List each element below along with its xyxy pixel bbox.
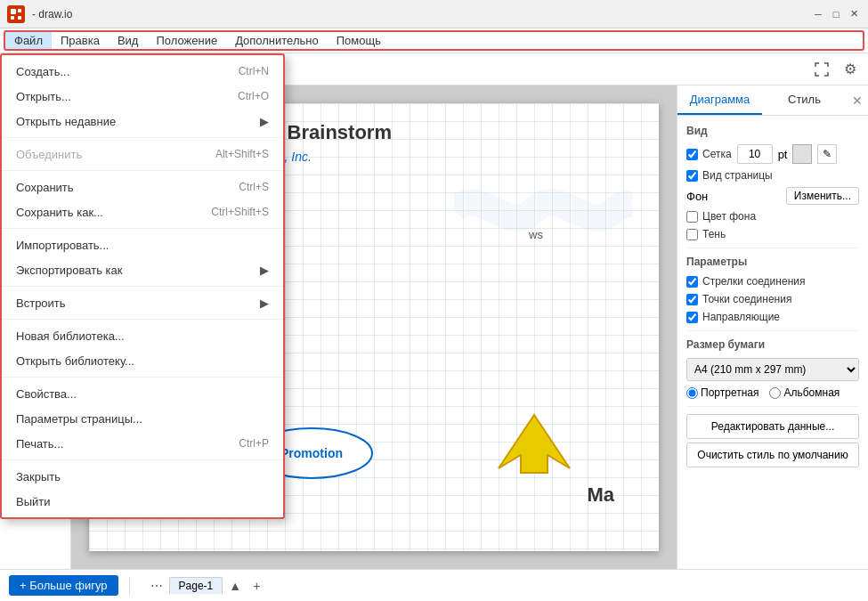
grid-color-box[interactable] [792,144,812,164]
canvas-decoration [454,175,632,248]
tab-diagram[interactable]: Диаграмма [677,85,762,115]
points-checkbox[interactable] [686,294,698,305]
menu-item-merge-label: Объединить [16,148,82,161]
menu-position[interactable]: Положение [147,30,226,51]
shadow-label[interactable]: Тень [686,228,726,240]
page-menu-btn[interactable]: ⋯ [148,577,166,595]
divider-2 [686,330,859,331]
points-text: Точки соединения [702,293,791,305]
portrait-label[interactable]: Портретная [686,386,758,399]
menu-item-export[interactable]: Экспортировать как ▶ [2,257,283,282]
separator-7 [2,459,283,460]
menu-item-import[interactable]: Импортировать... [2,232,283,257]
grid-edit-btn[interactable]: ✎ [817,144,837,164]
paper-size-title: Размер бумаги [686,338,859,351]
guides-label[interactable]: Направляющие [686,311,780,323]
arrows-checkbox[interactable] [686,276,698,288]
menu-item-new[interactable]: Создать... Ctrl+N [2,59,283,84]
menu-item-print-label: Печать... [16,437,63,451]
right-panel: Диаграмма Стиль ✕ Вид Сетка pt ✎ Вид стр… [677,85,868,569]
arrows-label[interactable]: Стрелки соединения [686,275,805,288]
background-row: Фон Изменить... [686,187,859,205]
menu-item-print[interactable]: Печать... Ctrl+P [2,431,283,456]
file-dropdown-menu: Создать... Ctrl+N Открыть... Ctrl+O Откр… [0,53,285,519]
separator-6 [2,377,283,378]
close-button[interactable]: ✕ [847,7,861,21]
points-label[interactable]: Точки соединения [686,293,791,305]
menu-item-new-label: Создать... [16,65,69,78]
menu-item-recent-arrow: ▶ [260,115,269,128]
grid-size-input[interactable] [737,144,773,164]
menu-item-saveas[interactable]: Сохранить как... Ctrl+Shift+S [2,199,283,224]
portrait-radio[interactable] [686,387,698,399]
guides-text: Направляющие [702,311,780,323]
toolbar-fullscreen-btn[interactable] [809,58,834,81]
params-section-title: Параметры [686,256,859,268]
menu-file[interactable]: Файл [5,30,52,51]
points-row: Точки соединения [686,293,859,305]
toolbar-settings-btn[interactable]: ⚙ [838,58,863,81]
add-shapes-btn[interactable]: + Больше фигур [9,575,118,596]
separator-1 [2,137,283,138]
window-title: - draw.io [32,8,72,20]
page-add-btn[interactable]: + [247,577,265,595]
menu-item-exit-label: Выйти [16,495,51,508]
guides-checkbox[interactable] [686,312,698,323]
panel-close-btn[interactable]: ✕ [847,85,868,115]
menu-item-pageprops[interactable]: Параметры страницы... [2,406,283,431]
minimize-button[interactable]: ─ [811,7,825,21]
tab-style[interactable]: Стиль [762,85,847,115]
menu-item-open[interactable]: Открыть... Ctrl+O [2,84,283,109]
menu-item-newlib[interactable]: Новая библиотека... [2,323,283,348]
bg-color-checkbox[interactable] [686,211,698,223]
grid-checkbox-label[interactable]: Сетка [686,148,732,160]
menu-item-openlib-label: Открыть библиотеку... [16,354,134,368]
grid-row: Сетка pt ✎ [686,144,859,164]
app-icon [7,5,25,23]
clear-style-btn[interactable]: Очистить стиль по умолчанию [686,443,859,467]
edit-data-btn[interactable]: Редактировать данные... [686,414,859,439]
guides-row: Направляющие [686,311,859,323]
portrait-text: Портретная [701,386,758,399]
paper-size-select[interactable]: A4 (210 mm x 297 mm) A3 (297 mm x 420 mm… [686,358,859,381]
landscape-text: Альбомная [783,386,840,399]
bg-color-label[interactable]: Цвет фона [686,210,756,223]
title-bar: - draw.io ─ □ ✕ [0,0,868,28]
menu-item-recent[interactable]: Открыть недавние ▶ [2,109,283,134]
page-boundary-label[interactable]: Вид страницы [686,169,773,182]
panel-content: Вид Сетка pt ✎ Вид страницы Фон Измен [677,116,868,569]
landscape-radio[interactable] [769,387,781,399]
shadow-row: Тень [686,228,859,240]
shadow-checkbox[interactable] [686,229,698,240]
menu-help[interactable]: Помощь [328,30,390,51]
background-edit-btn[interactable]: Изменить... [786,187,859,205]
shadow-text: Тень [702,228,726,240]
menu-edit[interactable]: Правка [52,30,109,51]
menu-item-openlib[interactable]: Открыть библиотеку... [2,348,283,373]
maximize-button[interactable]: □ [829,7,843,21]
page-boundary-checkbox[interactable] [686,170,698,182]
menu-item-embed[interactable]: Встроить ▶ [2,290,283,315]
menu-extra[interactable]: Дополнительно [226,30,328,51]
menu-item-exit[interactable]: Выйти [2,489,283,514]
svg-text:Promotion: Promotion [280,446,343,460]
panel-tabs: Диаграмма Стиль ✕ [677,85,868,116]
menu-item-newlib-label: Новая библиотека... [16,329,125,343]
landscape-label[interactable]: Альбомная [769,386,840,399]
menu-item-save[interactable]: Сохранить Ctrl+S [2,175,283,199]
menu-item-import-label: Импортировать... [16,239,109,252]
page-tab-1[interactable]: Page-1 [169,577,223,594]
menu-item-embed-arrow: ▶ [260,296,269,310]
bg-color-text: Цвет фона [702,210,756,223]
menu-bar: Файл Правка Вид Положение Дополнительно … [0,28,868,53]
menu-item-props[interactable]: Свойства... [2,381,283,406]
menu-view[interactable]: Вид [109,30,148,51]
menu-item-pageprops-label: Параметры страницы... [16,412,142,426]
svg-rect-2 [11,16,14,20]
grid-checkbox[interactable] [686,149,698,160]
menu-item-export-arrow: ▶ [260,264,269,277]
menu-item-close[interactable]: Закрыть [2,464,283,489]
page-nav-up[interactable]: ▲ [226,577,244,595]
menu-item-merge: Объединить Alt+Shift+S [2,142,283,166]
orientation-group: Портретная Альбомная [686,386,859,399]
